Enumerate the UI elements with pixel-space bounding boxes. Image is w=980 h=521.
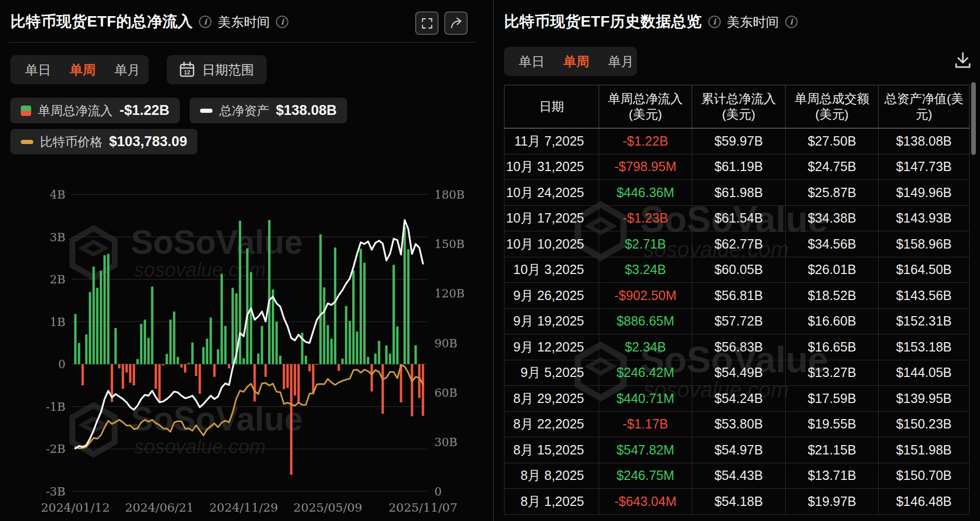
cell-cumulative: $60.05B bbox=[692, 257, 786, 283]
cell-inflow: -$1.23B bbox=[599, 206, 692, 231]
cell-cumulative: $61.19B bbox=[692, 154, 786, 180]
left-axis-label: -3B bbox=[46, 485, 65, 498]
date-range-button[interactable]: 12 日期范围 bbox=[167, 55, 267, 84]
cell-inflow: $3.24B bbox=[599, 257, 692, 283]
cell-volume: $24.75B bbox=[786, 154, 879, 180]
cell-volume: $16.65B bbox=[786, 334, 879, 360]
table-body[interactable]: 11月 7,2025-$1.22B$59.97B$27.50B$138.08B1… bbox=[504, 128, 970, 515]
inflow-chart[interactable]: 4B3B2B1B0-1B-2B-3B180B150B120B90B60B30B0… bbox=[0, 156, 493, 521]
cell-volume: $19.55B bbox=[786, 412, 879, 437]
cell-date: 9月 12,2025 bbox=[504, 334, 599, 360]
tab-weekly[interactable]: 单周 bbox=[554, 53, 599, 70]
table-row: 8月 22,2025-$1.17B$53.80B$19.55B$150.23B bbox=[504, 412, 970, 438]
table-row: 8月 29,2025$440.71M$54.24B$17.59B$139.95B bbox=[504, 386, 970, 412]
left-panel-header: 比特币现货ETF的总净流入 i 美东时间 i bbox=[10, 11, 288, 32]
cell-date: 11月 7,2025 bbox=[504, 128, 599, 154]
x-axis-label: 2025/05/09 bbox=[294, 501, 363, 514]
cell-inflow: $440.71M bbox=[599, 386, 692, 411]
fullscreen-icon bbox=[419, 16, 435, 31]
tab-monthly[interactable]: 单月 bbox=[599, 53, 643, 70]
cell-cumulative: $54.49B bbox=[692, 360, 786, 386]
cell-volume: $16.60B bbox=[786, 309, 879, 334]
right-axis-label: 90B bbox=[434, 337, 457, 350]
cell-inflow: $246.75M bbox=[599, 463, 692, 489]
fullscreen-button[interactable] bbox=[415, 11, 439, 35]
column-header: 总资产净值(美元) bbox=[879, 85, 970, 128]
right-axis-label: 60B bbox=[434, 386, 457, 399]
table-row: 8月 8,2025$246.75M$54.43B$13.71B$150.70B bbox=[504, 463, 970, 489]
cell-nav: $150.23B bbox=[879, 412, 970, 437]
cell-volume: $27.50B bbox=[786, 128, 879, 154]
cell-volume: $19.97B bbox=[786, 489, 879, 514]
legend-value: $138.08B bbox=[276, 102, 337, 119]
legend-net-assets[interactable]: 总净资产 $138.08B bbox=[190, 98, 347, 123]
legend-value: $103,783.09 bbox=[109, 134, 187, 150]
x-axis-label: 2025/11/07 bbox=[389, 501, 458, 514]
download-button[interactable] bbox=[953, 50, 973, 73]
cell-nav: $146.48B bbox=[879, 489, 970, 514]
table-row: 10月 3,2025$3.24B$60.05B$26.01B$164.50B bbox=[504, 257, 970, 283]
right-axis-label: 180B bbox=[434, 188, 465, 201]
left-axis-label: 3B bbox=[50, 231, 65, 244]
cell-inflow: $886.65M bbox=[599, 309, 692, 334]
timezone-label: 美东时间 bbox=[218, 14, 270, 31]
cell-inflow: $547.82M bbox=[599, 437, 692, 463]
cell-cumulative: $62.77B bbox=[692, 231, 786, 257]
left-axis-label: -1B bbox=[46, 400, 65, 413]
cell-inflow: -$1.22B bbox=[599, 128, 692, 154]
left-axis-label: 0 bbox=[58, 358, 65, 371]
cell-volume: $13.27B bbox=[786, 360, 879, 386]
cell-date: 10月 24,2025 bbox=[504, 180, 599, 205]
table-row: 9月 12,2025$2.34B$56.83B$16.65B$153.18B bbox=[504, 334, 970, 360]
date-range-label: 日期范围 bbox=[202, 61, 254, 79]
column-header: 日期 bbox=[504, 85, 599, 128]
cell-volume: $34.38B bbox=[786, 206, 879, 231]
cell-inflow: -$1.17B bbox=[599, 412, 692, 437]
cell-nav: $143.56B bbox=[879, 283, 970, 308]
right-axis-label: 30B bbox=[434, 436, 457, 449]
column-header: 单周总净流入(美元) bbox=[599, 85, 692, 128]
table-row: 8月 1,2025-$643.04M$54.18B$19.97B$146.48B bbox=[504, 489, 970, 515]
table-row: 10月 17,2025-$1.23B$61.54B$34.38B$143.93B bbox=[504, 206, 970, 232]
left-axis-label: 2B bbox=[50, 273, 65, 286]
right-panel-header: 比特币现货ETF历史数据总览 i 美东时间 i bbox=[504, 11, 798, 32]
divider bbox=[8, 42, 477, 43]
left-axis-label: -2B bbox=[46, 442, 65, 455]
tab-monthly[interactable]: 单月 bbox=[105, 61, 150, 79]
cell-volume: $25.87B bbox=[786, 180, 879, 205]
legend-weekly-inflow[interactable]: 单周总净流入 -$1.22B bbox=[10, 98, 180, 123]
share-button[interactable] bbox=[444, 11, 468, 35]
column-header: 累计总净流入(美元) bbox=[692, 85, 786, 128]
legend-btc-price[interactable]: 比特币价格 $103,783.09 bbox=[10, 129, 197, 154]
cell-date: 8月 8,2025 bbox=[504, 463, 599, 489]
cell-cumulative: $61.54B bbox=[692, 206, 786, 231]
cell-volume: $21.15B bbox=[786, 437, 879, 463]
x-axis-label: 2024/01/12 bbox=[41, 501, 110, 514]
cell-cumulative: $54.97B bbox=[692, 437, 786, 463]
cell-date: 10月 10,2025 bbox=[504, 231, 599, 257]
net-assets-line bbox=[75, 220, 423, 448]
cell-inflow: $446.36M bbox=[599, 180, 692, 205]
cell-cumulative: $56.81B bbox=[692, 283, 786, 308]
table-row: 9月 5,2025$246.42M$54.49B$13.27B$144.05B bbox=[504, 360, 970, 386]
page-title: 比特币现货ETF的总净流入 bbox=[10, 11, 193, 32]
cell-inflow: -$643.04M bbox=[599, 489, 692, 514]
info-icon[interactable]: i bbox=[199, 16, 211, 28]
info-icon[interactable]: i bbox=[708, 16, 721, 28]
cell-nav: $138.08B bbox=[879, 128, 970, 154]
tab-daily[interactable]: 单日 bbox=[16, 61, 60, 79]
svg-text:12: 12 bbox=[184, 69, 190, 75]
cell-date: 8月 22,2025 bbox=[504, 412, 599, 437]
tab-weekly[interactable]: 单周 bbox=[60, 61, 105, 79]
tab-daily[interactable]: 单日 bbox=[509, 53, 554, 70]
table-title: 比特币现货ETF历史数据总览 bbox=[504, 11, 702, 32]
left-axis-label: 4B bbox=[50, 188, 65, 201]
table-scrollbar-thumb[interactable] bbox=[971, 82, 976, 155]
legend-label: 单周总净流入 bbox=[38, 102, 113, 119]
cell-nav: $153.18B bbox=[879, 334, 970, 360]
info-icon[interactable]: i bbox=[276, 16, 288, 28]
cell-date: 8月 1,2025 bbox=[504, 489, 599, 514]
info-icon[interactable]: i bbox=[785, 16, 798, 28]
right-axis-label: 120B bbox=[434, 287, 465, 300]
cell-cumulative: $54.43B bbox=[692, 463, 786, 489]
